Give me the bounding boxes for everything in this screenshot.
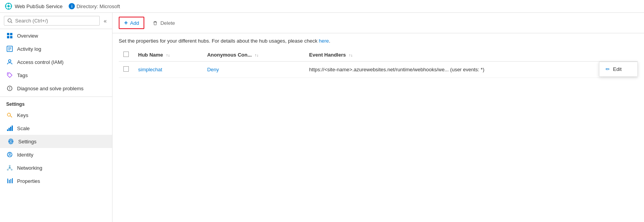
svg-point-6: [8, 19, 11, 22]
sidebar-item-scale[interactable]: Scale: [0, 122, 112, 135]
sidebar-item-keys[interactable]: Keys: [0, 108, 112, 122]
svg-point-21: [7, 113, 10, 116]
sidebar-label-identity: Identity: [17, 152, 33, 158]
edit-dropdown-menu: ✏ Edit: [599, 62, 638, 77]
add-button[interactable]: + Add: [119, 17, 144, 29]
anonymous-con-label: Anonymous Con...: [207, 52, 252, 58]
svg-line-37: [10, 168, 12, 169]
table-header-row: Hub Name ↑↓ Anonymous Con... ↑↓ Event Ha…: [119, 48, 638, 62]
svg-point-20: [9, 89, 10, 89]
collapse-button[interactable]: «: [102, 16, 108, 26]
info-icon: i: [69, 3, 75, 9]
sidebar-item-identity[interactable]: Identity: [0, 148, 112, 161]
delete-button[interactable]: Delete: [147, 18, 180, 28]
sidebar-label-properties: Properties: [17, 178, 40, 184]
svg-point-34: [11, 169, 12, 170]
row-event-handlers: https://<site-name>.azurewebsites.net/ru…: [305, 62, 615, 78]
svg-point-1: [7, 5, 10, 7]
sidebar-label-access-control: Access control (IAM): [17, 59, 64, 65]
directory-info: i Directory: Microsoft: [69, 3, 120, 9]
search-bar: «: [0, 13, 112, 29]
delete-label: Delete: [160, 20, 175, 26]
sidebar-item-activity-log[interactable]: Activity log: [0, 42, 112, 55]
search-wrapper[interactable]: [4, 16, 100, 26]
gear-icon: [7, 138, 14, 145]
sidebar-label-keys: Keys: [17, 112, 28, 118]
event-handlers-label: Event Handlers: [309, 52, 346, 58]
svg-rect-41: [12, 178, 13, 183]
svg-point-17: [8, 74, 9, 74]
sidebar-label-networking: Networking: [17, 165, 42, 171]
here-link[interactable]: here: [319, 38, 329, 44]
network-icon: [6, 164, 13, 171]
svg-rect-27: [12, 126, 13, 131]
select-all-header: [119, 48, 133, 62]
sidebar-item-networking[interactable]: Networking: [0, 161, 112, 174]
sidebar-item-access-control[interactable]: Access control (IAM): [0, 55, 112, 69]
col-anonymous-con[interactable]: Anonymous Con... ↑↓: [203, 48, 305, 62]
properties-icon: [6, 177, 13, 184]
sidebar-item-diagnose[interactable]: Diagnose and solve problems: [0, 82, 112, 95]
top-bar: Web PubSub Service i Directory: Microsof…: [0, 0, 644, 13]
row-actions-cell: ··· ✏ Edit: [615, 62, 638, 78]
svg-rect-26: [10, 127, 11, 131]
anonymous-con-sort-icon: ↑↓: [254, 53, 258, 57]
scale-icon: [6, 125, 13, 132]
search-input[interactable]: [15, 18, 96, 24]
col-hub-name[interactable]: Hub Name ↑↓: [133, 48, 203, 62]
edit-menu-item[interactable]: ✏ Edit: [599, 64, 637, 75]
sidebar-item-overview[interactable]: Overview: [0, 29, 112, 42]
sidebar-item-properties[interactable]: Properties: [0, 174, 112, 188]
trash-icon: [152, 20, 158, 26]
row-hub-name[interactable]: simplechat: [133, 62, 203, 78]
table-area: Hub Name ↑↓ Anonymous Con... ↑↓ Event Ha…: [113, 48, 644, 222]
svg-point-33: [7, 169, 9, 170]
person-icon: [6, 59, 13, 65]
search-icon: [7, 18, 13, 24]
svg-rect-24: [7, 129, 8, 131]
svg-rect-42: [154, 21, 156, 22]
svg-rect-39: [9, 180, 10, 183]
col-event-handlers[interactable]: Event Handlers ↑↓: [305, 48, 615, 62]
description-suffix: .: [329, 38, 331, 44]
sidebar-label-settings: Settings: [18, 139, 36, 145]
sidebar: « Overview: [0, 13, 113, 222]
row-checkbox[interactable]: [123, 66, 129, 72]
svg-rect-40: [10, 179, 11, 183]
edit-label: Edit: [613, 66, 621, 72]
svg-rect-9: [10, 33, 12, 35]
sidebar-item-tags[interactable]: Tags: [0, 69, 112, 82]
svg-line-36: [8, 168, 9, 169]
select-all-checkbox[interactable]: [123, 52, 129, 57]
svg-rect-10: [7, 36, 9, 38]
content-area: + Add Delete Set the properties for your…: [113, 13, 644, 222]
svg-rect-25: [9, 128, 10, 131]
table-row: simplechat Deny https://<site-name>.azur…: [119, 62, 638, 78]
log-icon: [6, 45, 13, 52]
description-text: Set the properties for your different hu…: [119, 38, 319, 44]
key-icon: [6, 112, 13, 119]
sidebar-label-tags: Tags: [17, 72, 28, 78]
settings-section-label: Settings: [0, 96, 112, 108]
description-bar: Set the properties for your different hu…: [113, 33, 644, 48]
directory-label: Directory: Microsoft: [76, 3, 120, 9]
sidebar-label-scale: Scale: [17, 126, 30, 131]
sidebar-item-settings[interactable]: Settings: [0, 135, 112, 148]
svg-rect-8: [7, 33, 9, 35]
tag-icon: [6, 72, 13, 79]
event-handlers-sort-icon: ↑↓: [349, 53, 353, 57]
svg-point-30: [9, 153, 10, 155]
pencil-icon: ✏: [606, 66, 610, 72]
wrench-icon: [6, 85, 13, 92]
svg-point-32: [9, 165, 10, 167]
plus-icon: +: [124, 19, 128, 26]
row-checkbox-cell: [119, 62, 133, 78]
add-label: Add: [130, 20, 139, 26]
actions-header: [615, 48, 638, 62]
grid-icon: [6, 32, 13, 39]
sidebar-label-diagnose: Diagnose and solve problems: [17, 86, 83, 91]
svg-point-28: [10, 141, 12, 143]
main-layout: « Overview: [0, 13, 644, 222]
svg-point-16: [9, 60, 11, 62]
hub-name-sort-icon: ↑↓: [166, 53, 170, 57]
